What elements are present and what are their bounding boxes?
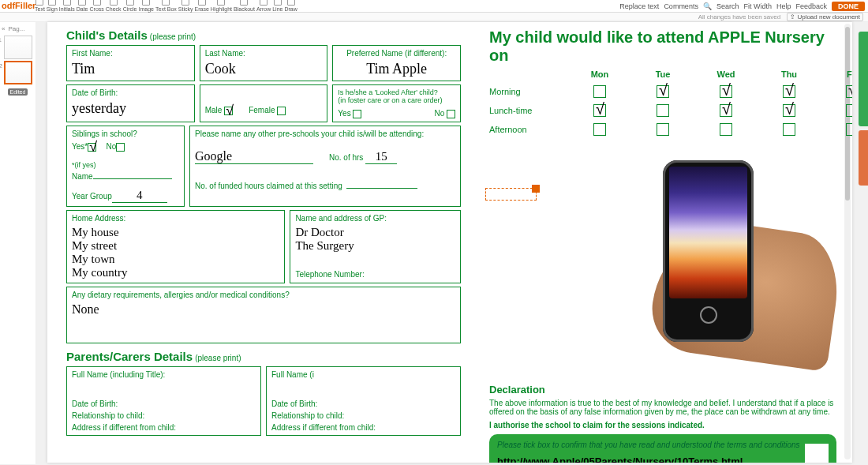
attend-morning-mon[interactable] bbox=[593, 85, 606, 98]
tool-draw[interactable]: Draw bbox=[284, 0, 297, 12]
sub-toolbar: All changes have been saved ⇪ Upload new… bbox=[0, 13, 868, 22]
page-label: Pag... bbox=[8, 25, 24, 32]
terms-url-link[interactable]: http://www.Apple/05Parents/Nursery/10Ter… bbox=[497, 456, 829, 463]
attend-afternoon-thu[interactable] bbox=[783, 123, 795, 136]
preschool-q: Please name any other pre-schools your c… bbox=[195, 129, 455, 138]
home-address-label: Home Address: bbox=[72, 214, 279, 223]
tool-icon bbox=[142, 0, 150, 6]
attend-afternoon-mon[interactable] bbox=[593, 123, 606, 136]
fit-width-link[interactable]: Fit Width bbox=[743, 2, 772, 10]
looked-after-q: Is he/she a 'Looked After' child? bbox=[338, 88, 455, 96]
home-address-box[interactable]: Home Address: My house My street My town… bbox=[66, 210, 285, 283]
tool-icon bbox=[198, 0, 206, 6]
tool-check[interactable]: Check bbox=[106, 0, 122, 12]
declaration-title: Declaration bbox=[489, 384, 836, 396]
tool-arrow[interactable]: Arrow bbox=[256, 0, 271, 12]
p1-addr-label: Address if different from child: bbox=[72, 423, 256, 432]
attend-lunch-time-tue[interactable] bbox=[657, 104, 669, 117]
tool-label: Cross bbox=[90, 6, 104, 12]
hrs-label: No. of hrs bbox=[329, 153, 363, 162]
pref-name-box[interactable]: Preferred Name (if different): Tim Apple bbox=[332, 45, 461, 81]
funded-label: No. of funded hours claimed at this sett… bbox=[195, 182, 342, 190]
attend-morning-thu[interactable] bbox=[783, 85, 795, 98]
tool-erase[interactable]: Erase bbox=[195, 0, 209, 12]
dietary-box[interactable]: Any dietary requirements, allergies and/… bbox=[66, 287, 461, 343]
app-brand: odfFiller bbox=[2, 1, 36, 10]
siblings-yg-label: Year Group bbox=[72, 192, 112, 201]
pref-name-label: Preferred Name (if different): bbox=[338, 49, 455, 58]
looked-no-checkbox[interactable] bbox=[447, 110, 455, 118]
tool-label: Sticky bbox=[178, 6, 193, 12]
done-button[interactable]: DONE bbox=[832, 2, 865, 11]
toolbar-right: Replace text Comments 🔍 Search Fit Width… bbox=[619, 2, 865, 11]
gp-l2: The Surgery bbox=[295, 239, 455, 253]
tool-image[interactable]: Image bbox=[139, 0, 154, 12]
first-name-value: Tim bbox=[72, 61, 189, 77]
female-checkbox[interactable] bbox=[277, 107, 286, 115]
comments-link[interactable]: Comments bbox=[664, 2, 698, 10]
day-header-fri: Fri bbox=[821, 69, 852, 79]
tool-line[interactable]: Line bbox=[272, 0, 282, 12]
tool-icon bbox=[63, 0, 71, 6]
search-icon[interactable]: 🔍 bbox=[703, 2, 712, 10]
tool-initials[interactable]: Initials bbox=[59, 0, 75, 12]
looked-after-box[interactable]: Is he/she a 'Looked After' child? (in fo… bbox=[332, 84, 461, 122]
tool-sign[interactable]: Sign bbox=[47, 0, 58, 12]
last-name-box[interactable]: Last Name: Cook bbox=[200, 45, 328, 81]
prev-page-icon[interactable]: « bbox=[2, 25, 5, 32]
male-checkbox[interactable] bbox=[224, 107, 233, 115]
replace-text-link[interactable]: Replace text bbox=[619, 2, 659, 10]
attendance-grid: MonTueWedThuFriMorningLunch-timeAfternoo… bbox=[489, 69, 836, 136]
p2-name-label: Full Name (i bbox=[271, 370, 455, 379]
attend-morning-wed[interactable] bbox=[720, 85, 732, 98]
siblings-yes-checkbox[interactable] bbox=[88, 143, 96, 152]
tool-sticky[interactable]: Sticky bbox=[178, 0, 193, 12]
thumb-page-2[interactable]: 2 bbox=[4, 61, 32, 84]
day-header-mon: Mon bbox=[568, 69, 631, 79]
attend-afternoon-wed[interactable] bbox=[720, 123, 732, 136]
attend-lunch-time-thu[interactable] bbox=[783, 104, 795, 117]
gp-box[interactable]: Name and address of GP: Dr Doctor The Su… bbox=[290, 210, 461, 283]
selection-handle-icon[interactable] bbox=[532, 185, 540, 193]
attend-morning-tue[interactable] bbox=[657, 85, 669, 98]
attend-lunch-time-fri[interactable] bbox=[846, 104, 852, 117]
search-link[interactable]: Search bbox=[716, 2, 739, 10]
attend-afternoon-fri[interactable] bbox=[846, 123, 852, 136]
attend-afternoon-tue[interactable] bbox=[657, 123, 669, 136]
tool-label: Arrow bbox=[256, 6, 271, 12]
gp-tel-label: Telephone Number: bbox=[295, 270, 455, 279]
looked-yes-checkbox[interactable] bbox=[353, 110, 361, 118]
gender-box[interactable]: Male Female bbox=[200, 84, 328, 122]
help-link[interactable]: Help bbox=[776, 2, 791, 10]
tool-circle[interactable]: Circle bbox=[123, 0, 137, 12]
tool-highlight[interactable]: Highlight bbox=[211, 0, 232, 12]
tool-blackout[interactable]: Blackout bbox=[234, 0, 255, 12]
home-button-icon bbox=[700, 306, 717, 324]
siblings-no-checkbox[interactable] bbox=[116, 143, 125, 152]
selection-outline[interactable] bbox=[485, 188, 537, 201]
feedback-link[interactable]: Feedback bbox=[795, 2, 827, 10]
thumb-page-1[interactable]: 1 bbox=[4, 36, 32, 59]
upload-new-doc-button[interactable]: ⇪ Upload new document bbox=[787, 13, 863, 21]
attend-lunch-time-mon[interactable] bbox=[593, 104, 606, 117]
attend-morning-fri[interactable] bbox=[846, 85, 852, 98]
terms-checkbox[interactable] bbox=[805, 444, 829, 463]
tool-text-box[interactable]: Text Box bbox=[155, 0, 177, 12]
tool-text[interactable]: Text bbox=[35, 0, 45, 12]
phone-screen bbox=[669, 167, 747, 298]
year-group-value: 4 bbox=[137, 189, 143, 201]
right-rail-tab-green[interactable] bbox=[859, 32, 868, 126]
parent1-box[interactable]: Full Name (including Title): Date of Bir… bbox=[66, 366, 261, 436]
first-name-box[interactable]: First Name: Tim bbox=[66, 45, 195, 81]
siblings-box[interactable]: Siblings in school? Yes* No *(if yes) Na… bbox=[66, 126, 185, 207]
parent2-box[interactable]: Full Name (i Date of Birth: Relationship… bbox=[266, 366, 461, 436]
right-rail-tab-orange[interactable] bbox=[859, 130, 868, 186]
preschool-box[interactable]: Please name any other pre-schools your c… bbox=[189, 126, 461, 207]
siblings-no-label: No bbox=[106, 142, 116, 151]
dob-box[interactable]: Date of Birth: yesterday bbox=[66, 84, 195, 122]
tool-cross[interactable]: Cross bbox=[90, 0, 104, 12]
attend-lunch-time-wed[interactable] bbox=[720, 104, 732, 117]
p1-name-label: Full Name (including Title): bbox=[72, 370, 256, 379]
tool-date[interactable]: Date bbox=[77, 0, 88, 12]
right-column: My child would like to attend APPLE Nurs… bbox=[489, 28, 836, 136]
